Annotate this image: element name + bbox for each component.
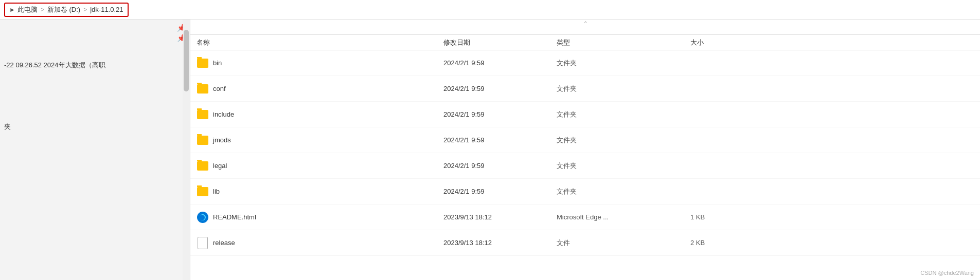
col-header-type[interactable]: 类型 bbox=[557, 38, 690, 47]
file-size-release: 2 KB bbox=[690, 239, 752, 247]
file-name-include: include bbox=[197, 108, 443, 121]
col-header-date[interactable]: 修改日期 bbox=[443, 38, 557, 47]
address-bar-box[interactable]: ► 此电脑 > 新加卷 (D:) > jdk-11.0.21 bbox=[4, 3, 129, 17]
edge-icon bbox=[197, 211, 209, 223]
table-row[interactable]: include 2024/2/1 9:59 文件夹 bbox=[190, 102, 980, 127]
table-row[interactable]: release 2023/9/13 18:12 文件 2 KB bbox=[190, 230, 980, 256]
file-date-conf: 2024/2/1 9:59 bbox=[443, 85, 557, 92]
breadcrumb-folder[interactable]: jdk-11.0.21 bbox=[90, 6, 123, 13]
file-date-lib: 2024/2/1 9:59 bbox=[443, 188, 557, 195]
file-type-jmods: 文件夹 bbox=[557, 136, 690, 145]
file-name-legal: legal bbox=[197, 160, 443, 172]
generic-file-icon bbox=[197, 237, 209, 249]
file-date-readme: 2023/9/13 18:12 bbox=[443, 213, 557, 221]
explorer-window: ► 此电脑 > 新加卷 (D:) > jdk-11.0.21 📌 📌 -22 0… bbox=[0, 0, 980, 280]
nav-arrow: ► bbox=[9, 6, 15, 13]
folder-icon bbox=[197, 134, 209, 146]
folder-icon bbox=[197, 83, 209, 95]
breadcrumb-sep-1: > bbox=[41, 6, 44, 13]
col-header-size[interactable]: 大小 bbox=[690, 38, 752, 47]
table-row[interactable]: conf 2024/2/1 9:59 文件夹 bbox=[190, 76, 980, 102]
column-headers: 名称 修改日期 类型 大小 bbox=[190, 35, 980, 50]
table-row[interactable]: README.html 2023/9/13 18:12 Microsoft Ed… bbox=[190, 204, 980, 230]
watermark: CSDN @chde2Wang bbox=[920, 270, 974, 276]
file-type-conf: 文件夹 bbox=[557, 84, 690, 94]
file-type-legal: 文件夹 bbox=[557, 161, 690, 171]
col-header-name[interactable]: 名称 bbox=[197, 38, 443, 47]
file-date-release: 2023/9/13 18:12 bbox=[443, 239, 557, 247]
sidebar: 📌 📌 -22 09.26.52 2024年大数据（高职 夹 bbox=[0, 20, 190, 280]
file-name-release: release bbox=[197, 237, 443, 249]
file-name-jmods: jmods bbox=[197, 134, 443, 146]
file-type-release: 文件 bbox=[557, 238, 690, 248]
sort-chevron-up: ⌃ bbox=[583, 21, 587, 26]
content-area: ⌃ 名称 修改日期 类型 大小 bin 2024/2/1 9:59 文件夹 bbox=[190, 20, 980, 280]
main-area: 📌 📌 -22 09.26.52 2024年大数据（高职 夹 ⌃ 名称 修改日期… bbox=[0, 20, 980, 280]
folder-icon bbox=[197, 185, 209, 198]
folder-icon bbox=[197, 108, 209, 121]
file-type-bin: 文件夹 bbox=[557, 59, 690, 68]
table-row[interactable]: bin 2024/2/1 9:59 文件夹 bbox=[190, 50, 980, 76]
sidebar-scrollbar[interactable] bbox=[183, 20, 190, 280]
sidebar-text-2: 夹 bbox=[4, 122, 11, 132]
file-name-bin: bin bbox=[197, 57, 443, 69]
file-list: bin 2024/2/1 9:59 文件夹 conf 2024/2/1 9:59… bbox=[190, 50, 980, 256]
svg-point-0 bbox=[197, 212, 208, 223]
table-row[interactable]: jmods 2024/2/1 9:59 文件夹 bbox=[190, 127, 980, 153]
file-date-jmods: 2024/2/1 9:59 bbox=[443, 136, 557, 144]
file-name-conf: conf bbox=[197, 83, 443, 95]
file-name-readme: README.html bbox=[197, 211, 443, 223]
file-type-lib: 文件夹 bbox=[557, 187, 690, 196]
address-bar: ► 此电脑 > 新加卷 (D:) > jdk-11.0.21 bbox=[0, 0, 980, 20]
breadcrumb-sep-2: > bbox=[83, 6, 87, 13]
table-row[interactable]: lib 2024/2/1 9:59 文件夹 bbox=[190, 179, 980, 204]
file-date-legal: 2024/2/1 9:59 bbox=[443, 162, 557, 170]
file-date-include: 2024/2/1 9:59 bbox=[443, 110, 557, 118]
table-row[interactable]: legal 2024/2/1 9:59 文件夹 bbox=[190, 153, 980, 179]
folder-icon bbox=[197, 57, 209, 69]
breadcrumb-drive[interactable]: 新加卷 (D:) bbox=[47, 5, 80, 14]
file-name-lib: lib bbox=[197, 185, 443, 198]
sidebar-text-1: -22 09.26.52 2024年大数据（高职 bbox=[4, 61, 105, 70]
scrollbar-thumb[interactable] bbox=[184, 30, 189, 91]
breadcrumb-this-pc[interactable]: 此电脑 bbox=[17, 5, 38, 14]
file-type-readme: Microsoft Edge ... bbox=[557, 213, 690, 221]
file-type-include: 文件夹 bbox=[557, 110, 690, 119]
file-size-readme: 1 KB bbox=[690, 213, 752, 221]
folder-icon bbox=[197, 160, 209, 172]
file-date-bin: 2024/2/1 9:59 bbox=[443, 59, 557, 67]
